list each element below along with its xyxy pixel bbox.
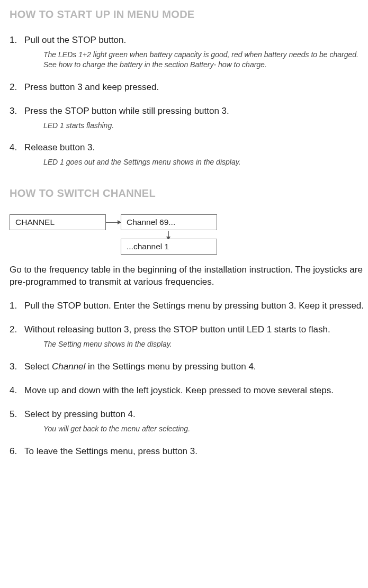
arrow-right-icon	[106, 222, 121, 223]
section1-list: 1. Pull out the STOP button. The LEDs 1+…	[10, 34, 365, 167]
section2-intro: Go to the frequency table in the beginni…	[10, 264, 365, 288]
section2-list: 1. Pull the STOP button. Enter the Setti…	[10, 300, 365, 457]
step-text-prefix: Select	[24, 361, 52, 372]
step-text: Release button 3.	[24, 142, 365, 154]
step-text: Press the STOP button while still pressi…	[24, 105, 365, 117]
step-number: 5.	[10, 409, 24, 434]
step-number: 2.	[10, 324, 24, 349]
list-item: 5. Select by pressing button 4. You will…	[10, 409, 365, 434]
section2-heading: HOW TO SWITCH CHANNEL	[10, 186, 365, 201]
step-note: LED 1 starts flashing.	[43, 121, 365, 131]
list-item: 4. Release button 3. LED 1 goes out and …	[10, 142, 365, 167]
arrow-down-icon	[168, 231, 169, 237]
step-text: Select Channel in the Settings menu by p…	[24, 361, 365, 373]
diagram-box-channel: CHANNEL	[10, 214, 106, 230]
list-item: 1. Pull the STOP button. Enter the Setti…	[10, 300, 365, 312]
step-number: 2.	[10, 82, 24, 94]
list-item: 2. Press button 3 and keep pressed.	[10, 82, 365, 94]
step-number: 1.	[10, 300, 24, 312]
step-note: LED 1 goes out and the Settings menu sho…	[43, 157, 365, 167]
step-number: 4.	[10, 142, 24, 167]
list-item: 1. Pull out the STOP button. The LEDs 1+…	[10, 34, 365, 70]
list-item: 4. Move up and down with the left joysti…	[10, 385, 365, 397]
step-note: The Setting menu shows in the display.	[43, 339, 365, 349]
step-text: Without releasing button 3, press the ST…	[24, 324, 365, 336]
diagram-box-channel69: Channel 69...	[121, 214, 217, 230]
step-number: 4.	[10, 385, 24, 397]
step-text: Press button 3 and keep pressed.	[24, 82, 365, 94]
step-number: 3.	[10, 105, 24, 131]
diagram-box-channel1: ...channel 1	[121, 239, 217, 255]
step-text-italic: Channel	[52, 361, 85, 372]
list-item: 6. To leave the Settings menu, press but…	[10, 446, 365, 458]
step-note: The LEDs 1+2 light green when battery ca…	[43, 50, 365, 70]
list-item: 3. Press the STOP button while still pre…	[10, 105, 365, 131]
step-number: 1.	[10, 34, 24, 70]
step-text: Pull the STOP button. Enter the Settings…	[24, 300, 365, 312]
step-text: Select by pressing button 4.	[24, 409, 365, 421]
step-note: You will get back to the menu after sele…	[43, 424, 365, 434]
section1-heading: HOW TO START UP IN MENU MODE	[10, 7, 365, 22]
list-item: 3. Select Channel in the Settings menu b…	[10, 361, 365, 373]
step-text: Move up and down with the left joystick.…	[24, 385, 365, 397]
step-number: 6.	[10, 446, 24, 458]
step-text-suffix: in the Settings menu by pressing button …	[85, 361, 256, 372]
step-number: 3.	[10, 361, 24, 373]
step-text: Pull out the STOP button.	[24, 34, 365, 47]
channel-diagram: CHANNEL Channel 69... ...channel 1	[10, 213, 365, 255]
step-text: To leave the Settings menu, press button…	[24, 446, 365, 458]
list-item: 2. Without releasing button 3, press the…	[10, 324, 365, 349]
